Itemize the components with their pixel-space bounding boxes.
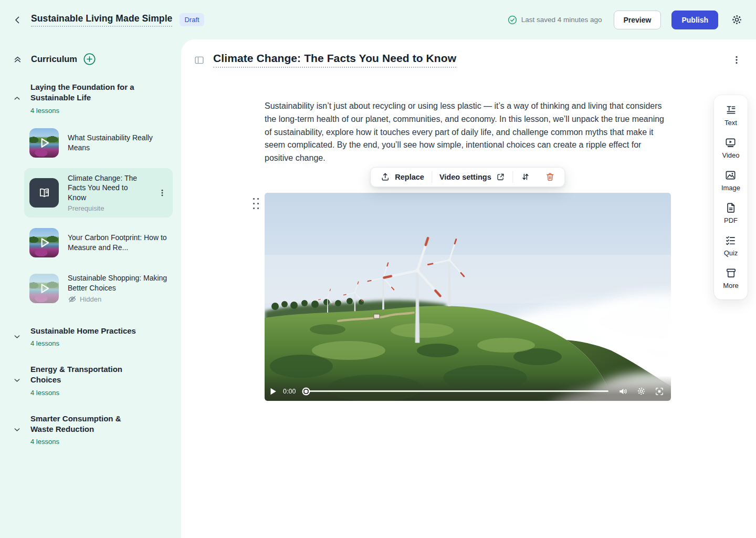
section-lesson-count: 4 lessons xyxy=(30,389,141,397)
play-button[interactable] xyxy=(270,388,277,395)
add-pdf-block-button[interactable]: PDF xyxy=(724,202,738,224)
add-quiz-block-button[interactable]: Quiz xyxy=(724,234,738,257)
lesson-options-button[interactable] xyxy=(732,55,741,65)
lesson-options-button[interactable] xyxy=(157,187,167,199)
chevron-down-icon xyxy=(13,425,22,434)
section-header[interactable]: Laying the Foundation for a Sustainable … xyxy=(13,82,173,115)
panel-layout-icon xyxy=(194,55,205,66)
trash-icon xyxy=(545,172,555,182)
lesson-editor-panel: Climate Change: The Facts You Need to Kn… xyxy=(181,39,756,538)
video-controls: 0:00 xyxy=(265,376,671,401)
video-thumbnail xyxy=(29,274,59,303)
player-gear-icon xyxy=(636,386,646,396)
lesson-title: Climate Change: The Facts You Need to Kn… xyxy=(68,173,148,203)
volume-icon xyxy=(618,386,628,397)
player-settings-button[interactable] xyxy=(636,386,646,396)
section-title: Energy & Transportation Choices xyxy=(30,364,141,386)
video-toolbar: Replace Video settings xyxy=(370,167,565,187)
kebab-icon xyxy=(732,55,741,65)
lesson-meta: Prerequisite xyxy=(68,204,148,212)
curriculum-section: Laying the Foundation for a Sustainable … xyxy=(0,82,181,309)
section-title: Smarter Consumption & Waste Reduction xyxy=(30,413,141,435)
quiz-block-icon xyxy=(724,234,737,246)
chevron-down-icon xyxy=(13,376,22,385)
video-block: Replace Video settings xyxy=(265,193,671,401)
play-icon xyxy=(36,235,52,251)
lesson-item-climate-change[interactable]: Climate Change: The Facts You Need to Kn… xyxy=(24,168,173,218)
lesson-meta: Hidden xyxy=(80,295,101,303)
chevron-up-icon xyxy=(13,94,22,102)
section-title: Laying the Foundation for a Sustainable … xyxy=(30,82,141,104)
pdf-block-icon xyxy=(725,202,737,214)
last-saved-text: Last saved 4 minutes ago xyxy=(521,16,602,24)
chevron-down-icon xyxy=(13,332,22,341)
settings-button[interactable] xyxy=(731,14,743,26)
lesson-item-carbon-footprint[interactable]: Your Carbon Footprint: How to Measure an… xyxy=(24,223,173,263)
section-lesson-count: 4 lessons xyxy=(30,339,136,347)
lesson-item-sustainable-shopping[interactable]: Sustainable Shopping: Making Better Choi… xyxy=(24,268,173,309)
video-player[interactable]: 0:00 xyxy=(265,193,671,401)
section-header[interactable]: Sustainable Home Practices 4 lessons xyxy=(13,326,173,347)
lesson-title: What Sustainability Really Means xyxy=(68,133,167,153)
status-badge: Draft xyxy=(180,13,204,26)
block-palette: Text Video Image PDF Quiz More xyxy=(714,95,748,299)
replace-video-button[interactable]: Replace xyxy=(373,168,432,187)
top-bar: Sustainable Living Made Simple Draft Las… xyxy=(0,0,756,39)
play-icon xyxy=(36,281,52,296)
curriculum-section: Energy & Transportation Choices 4 lesson… xyxy=(0,364,181,397)
image-block-icon xyxy=(724,169,737,181)
gear-icon xyxy=(731,14,743,26)
toggle-sidebar-button[interactable] xyxy=(194,55,205,66)
lesson-paragraph[interactable]: Sustainability isn’t just about recyclin… xyxy=(265,100,671,165)
preview-button[interactable]: Preview xyxy=(614,11,662,29)
more-blocks-button[interactable]: More xyxy=(723,267,739,289)
lesson-item-what-sustainability[interactable]: What Sustainability Really Means xyxy=(24,123,173,163)
section-lesson-count: 4 lessons xyxy=(30,107,141,115)
add-video-block-button[interactable]: Video xyxy=(722,137,739,159)
current-time: 0:00 xyxy=(283,388,296,395)
drag-handle[interactable] xyxy=(251,196,258,211)
chevron-left-icon xyxy=(13,15,22,25)
section-header[interactable]: Energy & Transportation Choices 4 lesson… xyxy=(13,364,173,397)
sort-arrows-icon xyxy=(521,172,531,182)
delete-block-button[interactable] xyxy=(538,168,563,187)
curriculum-section: Smarter Consumption & Waste Reduction 4 … xyxy=(0,413,181,446)
lesson-title: Your Carbon Footprint: How to Measure an… xyxy=(68,233,167,253)
section-lesson-count: 4 lessons xyxy=(30,438,141,446)
last-saved-status: Last saved 4 minutes ago xyxy=(508,15,602,25)
upload-icon xyxy=(380,172,390,182)
check-circle-icon xyxy=(508,15,517,25)
publish-button[interactable]: Publish xyxy=(671,11,718,29)
plus-circle-icon xyxy=(83,53,96,65)
move-block-button[interactable] xyxy=(513,168,538,187)
reading-lesson-tile xyxy=(29,178,59,208)
course-title[interactable]: Sustainable Living Made Simple xyxy=(31,13,172,27)
volume-button[interactable] xyxy=(618,386,628,397)
fullscreen-button[interactable] xyxy=(654,386,665,397)
video-settings-button[interactable]: Video settings xyxy=(432,168,513,187)
add-section-button[interactable] xyxy=(83,53,96,65)
more-blocks-icon xyxy=(725,267,737,279)
fullscreen-icon xyxy=(654,386,665,397)
double-chevron-up-icon xyxy=(13,54,23,64)
add-text-block-button[interactable]: Text xyxy=(724,104,737,127)
section-title: Sustainable Home Practices xyxy=(30,326,136,336)
video-thumbnail xyxy=(29,128,59,158)
seek-handle[interactable] xyxy=(302,387,310,395)
text-block-icon xyxy=(725,104,737,116)
eye-off-icon xyxy=(68,295,77,304)
lesson-page-title[interactable]: Climate Change: The Facts You Need to Kn… xyxy=(213,52,456,68)
external-link-icon xyxy=(496,172,506,182)
section-header[interactable]: Smarter Consumption & Waste Reduction 4 … xyxy=(13,413,173,446)
add-image-block-button[interactable]: Image xyxy=(721,169,740,192)
collapse-all-button[interactable] xyxy=(13,54,23,64)
curriculum-sidebar: Curriculum Laying the Foundation for a S… xyxy=(0,39,181,538)
book-open-icon xyxy=(37,185,51,200)
video-thumbnail xyxy=(29,228,59,257)
play-icon xyxy=(36,135,52,151)
play-icon xyxy=(270,388,277,395)
curriculum-title: Curriculum xyxy=(31,54,77,64)
seek-bar[interactable] xyxy=(306,390,608,392)
back-button[interactable] xyxy=(13,15,22,25)
video-frame-wind-turbines xyxy=(265,193,671,401)
